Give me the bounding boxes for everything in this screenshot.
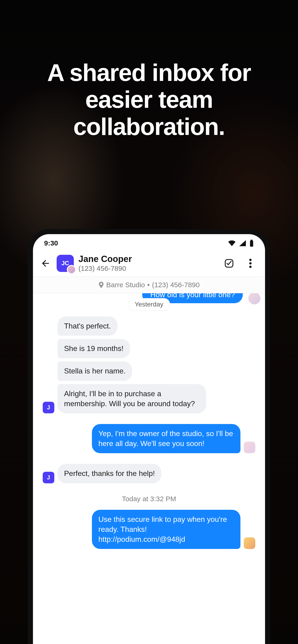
marketing-headline: A shared inbox for easier team collabora… <box>0 59 298 140</box>
message-bubble: Yep, I'm the owner of the studio, so I'l… <box>92 424 240 453</box>
conversation-header: JC Jane Cooper (123) 456-7890 <box>33 252 265 276</box>
phone-frame: 9:30 JC <box>28 229 270 644</box>
phone-screen: 9:30 JC <box>33 234 265 644</box>
location-phone: (123) 456-7890 <box>152 281 200 289</box>
cell-signal-icon <box>239 240 246 246</box>
svg-point-4 <box>249 262 251 264</box>
sender-avatar-small <box>244 442 255 453</box>
contact-avatar-small: J <box>43 472 54 483</box>
mark-done-button[interactable] <box>223 257 235 270</box>
svg-point-5 <box>249 266 251 268</box>
message-bubble: Use this secure link to pay when you're … <box>92 510 240 549</box>
contact-phone: (123) 456-7890 <box>79 264 218 272</box>
wifi-icon <box>228 240 236 246</box>
outgoing-message-row[interactable]: Yep, I'm the owner of the studio, so I'l… <box>40 424 258 453</box>
svg-rect-1 <box>251 240 252 241</box>
location-pin-icon <box>98 282 104 288</box>
message-bubble: That's perfect. <box>58 316 117 336</box>
contact-info[interactable]: Jane Cooper (123) 456-7890 <box>79 254 218 272</box>
outgoing-message-row[interactable]: Use this secure link to pay when you're … <box>40 510 258 549</box>
svg-rect-0 <box>250 241 253 247</box>
svg-point-3 <box>249 259 251 261</box>
contact-avatar-small: J <box>43 402 54 413</box>
location-bar[interactable]: Barre Studio • (123) 456-7890 <box>33 276 265 293</box>
sender-avatar-small <box>244 537 255 549</box>
incoming-message-row[interactable]: Stella is her name. <box>40 362 258 381</box>
back-arrow-icon <box>40 258 51 268</box>
incoming-message-row[interactable]: J Perfect, thanks for the help! <box>40 464 258 483</box>
date-separator: Yesterday <box>128 298 170 310</box>
incoming-message-row[interactable]: She is 19 months! <box>40 339 258 358</box>
message-bubble: Stella is her name. <box>58 362 132 381</box>
assignee-avatar <box>67 265 76 274</box>
more-vertical-icon <box>249 259 251 268</box>
time-separator: Today at 3:32 PM <box>40 495 258 503</box>
contact-name: Jane Cooper <box>79 254 218 264</box>
checkbox-icon <box>224 258 234 268</box>
status-time: 9:30 <box>44 239 58 247</box>
sender-avatar <box>248 293 260 304</box>
contact-avatar[interactable]: JC <box>57 255 74 272</box>
message-bubble: She is 19 months! <box>58 339 130 358</box>
location-business: Barre Studio <box>106 281 145 289</box>
back-button[interactable] <box>39 257 52 270</box>
message-thread[interactable]: How old is your little one? Yesterday Th… <box>33 293 265 644</box>
status-bar: 9:30 <box>33 234 265 252</box>
more-menu-button[interactable] <box>244 257 257 270</box>
incoming-message-row[interactable]: J Alright, I'll be in to purchase a memb… <box>40 384 258 413</box>
message-bubble: Perfect, thanks for the help! <box>58 464 161 483</box>
location-separator: • <box>147 281 150 289</box>
message-bubble: Alright, I'll be in to purchase a member… <box>58 384 206 413</box>
incoming-message-row[interactable]: That's perfect. <box>40 316 258 336</box>
battery-icon <box>249 240 254 247</box>
